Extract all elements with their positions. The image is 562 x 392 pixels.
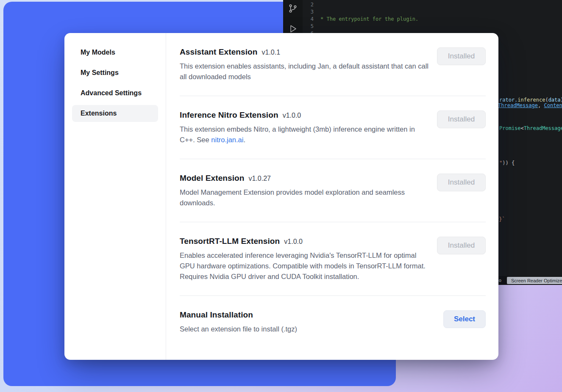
extension-name: Model Extension: [180, 174, 244, 183]
installed-button[interactable]: Installed: [437, 110, 486, 128]
line-numbers: 2 3 4 5 6: [303, 1, 314, 37]
desktop: 2 3 4 5 6 * The entrypoint for the plugi…: [0, 0, 562, 392]
extension-version: v1.0.0: [284, 238, 303, 246]
description-text: .: [243, 136, 245, 144]
installed-button[interactable]: Installed: [437, 237, 486, 254]
manual-installation-row: Manual Installation Select an extension …: [180, 296, 486, 348]
git-branch-icon[interactable]: [283, 0, 303, 17]
settings-modal: My Models My Settings Advanced Settings …: [64, 33, 498, 360]
extension-name: Assistant Extension: [180, 47, 258, 57]
extension-row-assistant: Assistant Extension v1.0.1 This extensio…: [180, 33, 486, 96]
extension-description: This extension embeds Nitro, a lightweig…: [180, 124, 429, 145]
extension-name: Inference Nitro Extension: [180, 110, 278, 120]
code-fragment: rator.inference(data));: [499, 97, 562, 103]
extension-version: v1.0.1: [262, 49, 281, 56]
extension-version: v1.0.0: [283, 112, 301, 119]
extension-description: Model Management Extension provides mode…: [180, 187, 429, 208]
extension-row-nitro: Inference Nitro Extension v1.0.0 This ex…: [180, 96, 486, 159]
select-file-button[interactable]: Select: [443, 310, 486, 328]
nitro-jan-ai-link[interactable]: nitro.jan.ai: [211, 136, 243, 144]
sidebar-item-my-models[interactable]: My Models: [72, 44, 158, 61]
manual-installation-description: Select an extension file to install (.tg…: [180, 324, 297, 334]
code-line: * The entrypoint for the plugin.: [320, 16, 562, 23]
extension-description: Enables accelerated inference leveraging…: [180, 250, 429, 282]
settings-sidebar: My Models My Settings Advanced Settings …: [64, 33, 166, 360]
sidebar-item-extensions[interactable]: Extensions: [72, 105, 158, 122]
manual-installation-title: Manual Installation: [180, 310, 253, 320]
screen-reader-chip[interactable]: Screen Reader Optimize: [507, 277, 562, 284]
sidebar-item-advanced-settings[interactable]: Advanced Settings: [72, 85, 158, 102]
code-fragment: ")) {: [499, 160, 515, 166]
extension-row-tensorrt: TensortRT-LLM Extension v1.0.0 Enables a…: [180, 222, 486, 296]
extensions-panel: Assistant Extension v1.0.1 This extensio…: [166, 33, 498, 360]
sidebar-item-my-settings[interactable]: My Settings: [72, 64, 158, 81]
installed-button[interactable]: Installed: [437, 174, 486, 191]
installed-button[interactable]: Installed: [437, 47, 486, 65]
extension-description: This extension enables assistants, inclu…: [180, 61, 429, 82]
extension-name: TensortRT-LLM Extension: [180, 237, 280, 246]
code-fragment: Promise<ThreadMessage>: [499, 125, 562, 131]
extension-version: v1.0.27: [248, 175, 270, 182]
extension-row-model: Model Extension v1.0.27 Model Management…: [180, 159, 486, 222]
